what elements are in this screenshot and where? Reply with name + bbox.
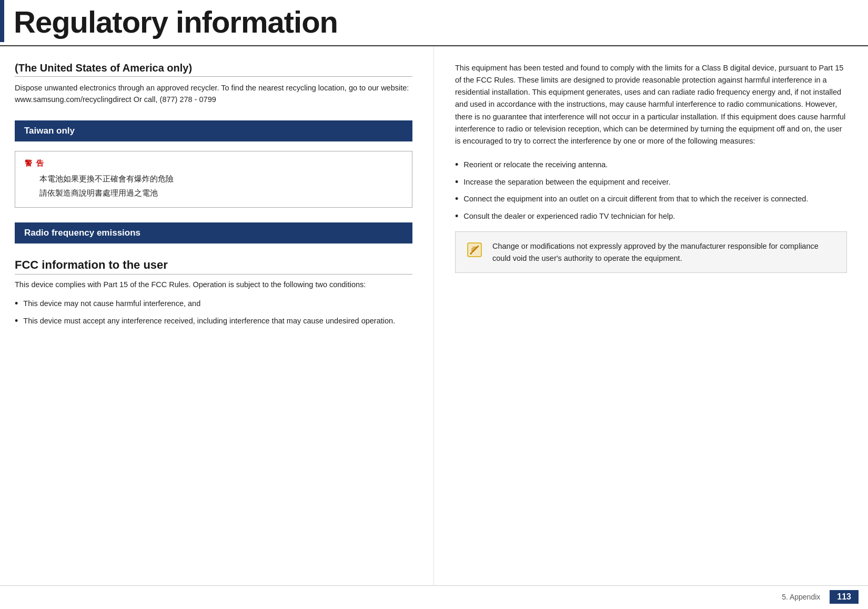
page-title: Regulatory information xyxy=(14,0,338,42)
fcc-title: FCC information to the user xyxy=(15,258,412,275)
measure-dot-2: • xyxy=(455,177,458,188)
measure-dot-3: • xyxy=(455,194,458,205)
taiwan-line2: 請依製造商說明書處理用過之電池 xyxy=(39,186,402,200)
measures-bullet-list: • Reorient or relocate the receiving ant… xyxy=(455,159,847,222)
page-footer: 5. Appendix 113 xyxy=(0,585,868,609)
fcc-bullet-1: • This device may not cause harmful inte… xyxy=(15,298,412,310)
measure-bullet-3-text: Connect the equipment into an outlet on … xyxy=(463,193,808,205)
header-accent-bar xyxy=(0,0,4,42)
fcc-bullet-2-text: This device must accept any interference… xyxy=(23,315,395,327)
usa-section-body: Dispose unwanted electronics through an … xyxy=(15,82,412,106)
footer-page-number: 113 xyxy=(830,590,859,604)
measure-bullet-2: • Increase the separation between the eq… xyxy=(455,176,847,188)
footer-section-label: 5. Appendix xyxy=(782,593,820,601)
measure-bullet-4: • Consult the dealer or experienced radi… xyxy=(455,210,847,222)
taiwan-warning-label: 警 告 xyxy=(25,159,402,168)
note-text: Change or modifications not expressly ap… xyxy=(492,240,837,264)
measure-bullet-4-text: Consult the dealer or experienced radio … xyxy=(463,210,675,222)
taiwan-line1: 本電池如果更換不正確會有爆炸的危險 xyxy=(39,171,402,186)
taiwan-warning-text: 本電池如果更換不正確會有爆炸的危險 請依製造商說明書處理用過之電池 xyxy=(39,171,402,200)
measure-dot-1: • xyxy=(455,159,458,171)
note-icon xyxy=(465,240,484,259)
bullet-dot-1: • xyxy=(15,298,18,310)
fcc-bullet-2: • This device must accept any interferen… xyxy=(15,315,412,327)
measure-bullet-1: • Reorient or relocate the receiving ant… xyxy=(455,159,847,171)
measure-bullet-3: • Connect the equipment into an outlet o… xyxy=(455,193,847,205)
fcc-bullet-1-text: This device may not cause harmful interf… xyxy=(23,298,200,309)
measure-bullet-2-text: Increase the separation between the equi… xyxy=(463,176,670,188)
measure-dot-4: • xyxy=(455,211,458,222)
main-content: (The United States of America only) Disp… xyxy=(0,46,868,585)
measure-bullet-1-text: Reorient or relocate the receiving anten… xyxy=(463,159,608,170)
fcc-bullet-list: • This device may not cause harmful inte… xyxy=(15,298,412,327)
fcc-body: This device complies with Part 15 of the… xyxy=(15,279,412,290)
radio-banner: Radio frequency emissions xyxy=(15,222,412,243)
taiwan-banner: Taiwan only xyxy=(15,120,412,141)
note-box: Change or modifications not expressly ap… xyxy=(455,231,847,273)
usa-section-title: (The United States of America only) xyxy=(15,62,412,77)
fcc-class-b-text: This equipment has been tested and found… xyxy=(455,62,847,147)
bullet-dot-2: • xyxy=(15,316,18,327)
taiwan-warning-box: 警 告 本電池如果更換不正確會有爆炸的危險 請依製造商說明書處理用過之電池 xyxy=(15,151,412,208)
page-header: Regulatory information xyxy=(0,0,868,46)
left-column: (The United States of America only) Disp… xyxy=(0,46,434,585)
right-column: This equipment has been tested and found… xyxy=(434,46,868,585)
